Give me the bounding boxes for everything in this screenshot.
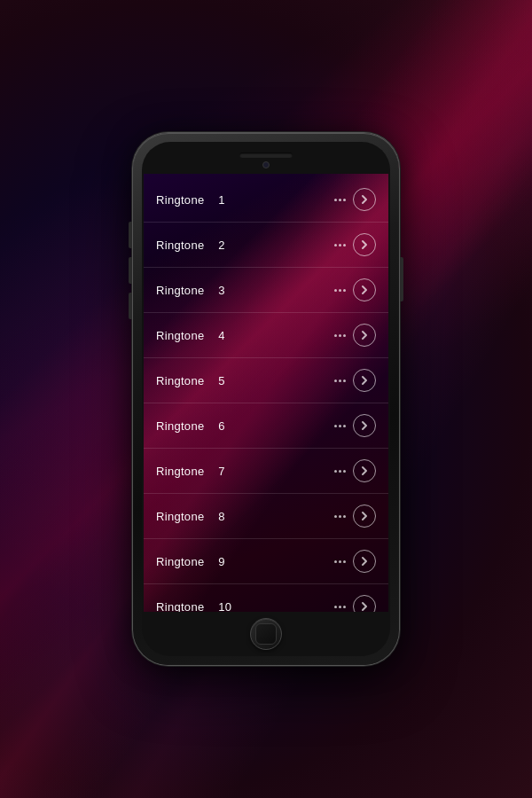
list-item[interactable]: Ringtone 9 <box>144 539 388 584</box>
more-options-button[interactable] <box>334 515 346 518</box>
play-button[interactable] <box>353 369 376 392</box>
dot-3 <box>343 244 346 246</box>
play-button[interactable] <box>353 414 376 437</box>
ringtone-number: 4 <box>218 329 225 342</box>
more-options-button[interactable] <box>334 289 346 292</box>
item-actions <box>334 324 376 347</box>
play-button[interactable] <box>353 233 376 256</box>
home-button-area <box>250 612 282 656</box>
list-item[interactable]: Ringtone 1 <box>144 177 388 223</box>
more-options-button[interactable] <box>334 560 346 563</box>
item-actions <box>334 278 376 301</box>
dot-3 <box>343 515 346 518</box>
more-options-button[interactable] <box>334 425 346 427</box>
ringtone-number: 6 <box>218 419 225 433</box>
front-camera <box>262 161 270 168</box>
dot-2 <box>339 334 341 337</box>
chevron-right-icon <box>359 601 370 612</box>
item-actions <box>334 595 376 612</box>
chevron-right-icon <box>359 556 370 567</box>
ringtone-number: 9 <box>218 555 225 568</box>
ringtone-number: 10 <box>218 600 231 613</box>
chevron-right-icon <box>359 194 370 205</box>
ringtone-label: Ringtone 3 <box>156 284 334 297</box>
dot-2 <box>339 244 341 246</box>
more-options-button[interactable] <box>334 379 346 382</box>
dot-1 <box>334 425 337 427</box>
dot-1 <box>334 606 337 608</box>
dot-2 <box>339 379 341 382</box>
speaker <box>239 153 293 158</box>
more-options-button[interactable] <box>334 470 346 473</box>
more-options-button[interactable] <box>334 244 346 246</box>
play-button[interactable] <box>353 459 376 482</box>
ringtone-number: 3 <box>218 284 225 297</box>
dot-3 <box>343 289 346 292</box>
list-item[interactable]: Ringtone 3 <box>144 268 388 313</box>
dot-3 <box>343 470 346 473</box>
dot-3 <box>343 606 346 608</box>
screen: Ringtone 1 Ringtone 2 <box>144 174 388 612</box>
dot-1 <box>334 244 337 246</box>
play-button[interactable] <box>353 188 376 211</box>
dot-1 <box>334 379 337 382</box>
play-button[interactable] <box>353 505 376 528</box>
dot-1 <box>334 470 337 473</box>
dot-2 <box>339 289 341 292</box>
ringtone-number: 5 <box>218 374 225 387</box>
ringtone-label: Ringtone 6 <box>156 419 334 433</box>
dot-1 <box>334 334 337 337</box>
ringtone-label: Ringtone 4 <box>156 329 334 342</box>
list-item[interactable]: Ringtone 7 <box>144 449 388 494</box>
dot-2 <box>339 515 341 518</box>
item-actions <box>334 188 376 211</box>
play-button[interactable] <box>353 550 376 573</box>
ringtone-number: 1 <box>218 193 225 207</box>
chevron-right-icon <box>359 420 370 431</box>
dot-1 <box>334 560 337 563</box>
home-button-inner <box>255 623 277 645</box>
item-actions <box>334 414 376 437</box>
chevron-right-icon <box>359 239 370 250</box>
item-actions <box>334 369 376 392</box>
list-item[interactable]: Ringtone 8 <box>144 494 388 539</box>
item-actions <box>334 505 376 528</box>
list-item[interactable]: Ringtone 10 <box>144 584 388 612</box>
ringtone-list: Ringtone 1 Ringtone 2 <box>144 174 388 612</box>
dot-1 <box>334 515 337 518</box>
home-button[interactable] <box>250 618 282 650</box>
play-button[interactable] <box>353 595 376 612</box>
ringtone-number: 8 <box>218 510 225 523</box>
ringtone-label: Ringtone 5 <box>156 374 334 387</box>
more-options-button[interactable] <box>334 334 346 337</box>
chevron-right-icon <box>359 285 370 295</box>
list-item[interactable]: Ringtone 6 <box>144 403 388 449</box>
dot-3 <box>343 199 346 201</box>
item-actions <box>334 233 376 256</box>
play-button[interactable] <box>353 278 376 301</box>
ringtone-label: Ringtone 2 <box>156 239 334 252</box>
dot-2 <box>339 470 341 473</box>
phone-inner: Ringtone 1 Ringtone 2 <box>142 142 390 656</box>
dot-1 <box>334 199 337 201</box>
more-options-button[interactable] <box>334 199 346 201</box>
ringtone-label: Ringtone 10 <box>156 600 334 613</box>
dot-2 <box>339 425 341 427</box>
more-options-button[interactable] <box>334 606 346 608</box>
list-item[interactable]: Ringtone 5 <box>144 358 388 403</box>
item-actions <box>334 459 376 482</box>
ringtone-number: 7 <box>218 465 225 478</box>
ringtone-label: Ringtone 9 <box>156 555 334 568</box>
dot-3 <box>343 379 346 382</box>
ringtone-label: Ringtone 7 <box>156 465 334 478</box>
chevron-right-icon <box>359 375 370 386</box>
list-item[interactable]: Ringtone 4 <box>144 313 388 358</box>
ringtone-number: 2 <box>218 239 225 252</box>
chevron-right-icon <box>359 511 370 521</box>
list-item[interactable]: Ringtone 2 <box>144 223 388 268</box>
phone-device: Ringtone 1 Ringtone 2 <box>133 133 399 665</box>
dot-2 <box>339 199 341 201</box>
dot-3 <box>343 334 346 337</box>
play-button[interactable] <box>353 324 376 347</box>
chevron-right-icon <box>359 330 370 340</box>
